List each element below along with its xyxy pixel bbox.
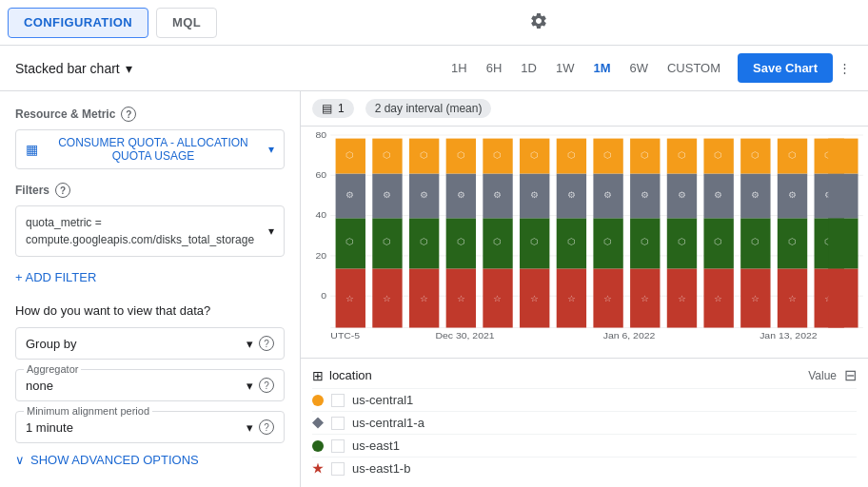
- group-by-selector[interactable]: Group by ▾ ?: [15, 327, 285, 360]
- legend-color-0: [312, 395, 324, 406]
- legend-checkbox-1[interactable]: [331, 417, 345, 430]
- filter-icon: ▤: [322, 102, 332, 115]
- filters-label: Filters: [15, 184, 49, 197]
- svg-text:☆: ☆: [493, 294, 503, 303]
- svg-text:⬡: ⬡: [641, 237, 650, 246]
- alignment-controls: ▾ ?: [247, 419, 274, 435]
- svg-text:☆: ☆: [420, 294, 429, 303]
- svg-text:Jan 13, 2022: Jan 13, 2022: [760, 331, 817, 341]
- svg-text:⬡: ⬡: [345, 150, 355, 160]
- svg-text:⬡: ⬡: [788, 237, 798, 246]
- time-btn-1d[interactable]: 1D: [511, 57, 546, 79]
- filter-count-badge[interactable]: ▤ 1: [312, 99, 354, 118]
- svg-text:⚙: ⚙: [493, 189, 503, 199]
- svg-text:Dec 30, 2021: Dec 30, 2021: [435, 331, 494, 341]
- filter-bar: ▤ 1 2 day interval (mean): [301, 91, 868, 127]
- resource-metric-help-icon[interactable]: ?: [121, 107, 136, 122]
- group-by-help-icon[interactable]: ?: [259, 336, 274, 351]
- legend-checkbox-0[interactable]: [331, 394, 345, 407]
- tab-configuration[interactable]: CONFIGURATION: [8, 8, 148, 38]
- aggregator-field: Aggregator none ▾ ?: [15, 369, 285, 401]
- svg-text:☆: ☆: [457, 294, 466, 303]
- legend-header: ⊞ location Value ⊟: [312, 366, 857, 384]
- save-chart-button[interactable]: Save Chart: [738, 53, 833, 83]
- svg-text:⬡: ⬡: [493, 150, 503, 160]
- svg-text:⬡: ⬡: [603, 237, 613, 246]
- resource-metric-value: CONSUMER QUOTA - ALLOCATION QUOTA USAGE: [44, 136, 263, 163]
- resource-metric-label: Resource & Metric: [15, 107, 115, 121]
- time-btn-6w[interactable]: 6W: [620, 57, 658, 79]
- tab-mql[interactable]: MQL: [156, 8, 217, 38]
- svg-text:☆: ☆: [603, 294, 613, 303]
- svg-text:⬡: ⬡: [714, 150, 723, 160]
- interval-badge[interactable]: 2 day interval (mean): [365, 99, 492, 118]
- time-btn-1w[interactable]: 1W: [546, 57, 584, 79]
- chart-container: 80 60 40 20 0 ☆ ⬡ ⚙ ⬡: [301, 127, 868, 358]
- legend-row-1[interactable]: us-central1-a: [312, 411, 857, 434]
- group-by-controls: ▾ ?: [247, 336, 274, 351]
- interval-text: 2 day interval (mean): [375, 102, 483, 115]
- svg-text:⬡: ⬡: [678, 150, 687, 160]
- svg-text:⬡: ⬡: [678, 237, 687, 246]
- legend-checkbox-2[interactable]: [331, 439, 345, 453]
- legend-section: ⊞ location Value ⊟ us-central1 us-centra…: [301, 358, 868, 487]
- legend-row-0[interactable]: us-central1: [312, 388, 857, 411]
- svg-text:⬡: ⬡: [420, 237, 429, 246]
- alignment-period-label: Minimum alignment period: [24, 405, 152, 417]
- svg-text:⚙: ⚙: [567, 189, 577, 199]
- aggregator-help-icon[interactable]: ?: [259, 378, 274, 393]
- svg-rect-123: [828, 268, 858, 327]
- legend-name-0: us-central1: [352, 393, 857, 407]
- legend-color-1: [312, 418, 324, 429]
- group-by-label-group: Group by: [26, 337, 76, 351]
- aggregator-value-row: none ▾ ?: [26, 374, 274, 393]
- svg-text:☆: ☆: [788, 294, 798, 303]
- more-options-button[interactable]: ⋮: [833, 57, 857, 79]
- group-by-dropdown-icon: ▾: [247, 337, 253, 351]
- time-btn-6h[interactable]: 6H: [477, 57, 512, 79]
- svg-text:⬡: ⬡: [383, 237, 392, 246]
- resource-metric-section: Resource & Metric ?: [15, 107, 285, 122]
- time-btn-1h[interactable]: 1H: [442, 57, 477, 79]
- filters-section: Filters ? quota_metric =compute.googleap…: [15, 183, 285, 288]
- show-advanced-button[interactable]: ∨ SHOW ADVANCED OPTIONS: [15, 453, 199, 467]
- svg-text:20: 20: [316, 250, 327, 260]
- svg-text:⚙: ⚙: [678, 189, 687, 199]
- chart-type-label: Stacked bar chart: [15, 61, 120, 76]
- legend-row-2[interactable]: us-east1: [312, 434, 857, 457]
- svg-text:⚙: ⚙: [788, 189, 798, 199]
- alignment-help-icon[interactable]: ?: [259, 419, 274, 435]
- svg-text:⬡: ⬡: [641, 150, 650, 160]
- svg-text:0: 0: [321, 291, 326, 301]
- svg-rect-124: [828, 218, 858, 268]
- svg-text:⬡: ⬡: [788, 150, 798, 160]
- legend-name-1: us-central1-a: [352, 416, 857, 430]
- alignment-dropdown-icon[interactable]: ▾: [247, 420, 253, 435]
- svg-text:⬡: ⬡: [530, 237, 540, 246]
- add-filter-button[interactable]: + ADD FILTER: [15, 266, 96, 288]
- legend-checkbox-3[interactable]: [331, 462, 345, 476]
- chart-type-selector[interactable]: Stacked bar chart ▾: [11, 61, 144, 76]
- aggregator-value: none: [26, 379, 53, 393]
- gear-button[interactable]: [525, 8, 552, 37]
- time-btn-1m[interactable]: 1M: [583, 57, 620, 79]
- filters-help-icon[interactable]: ?: [55, 183, 70, 198]
- svg-text:☆: ☆: [678, 294, 687, 303]
- svg-text:☆: ☆: [567, 294, 577, 303]
- filters-label-row: Filters ?: [15, 183, 285, 198]
- svg-text:⬡: ⬡: [420, 150, 429, 160]
- svg-text:60: 60: [316, 170, 327, 180]
- aggregator-dropdown-icon[interactable]: ▾: [247, 379, 253, 393]
- time-btn-custom[interactable]: CUSTOM: [658, 57, 730, 79]
- aggregator-field-label: Aggregator: [24, 363, 81, 375]
- alignment-period-value-row: 1 minute ▾ ?: [26, 416, 274, 435]
- legend-row-3[interactable]: us-east1-b: [312, 457, 857, 479]
- filter-box[interactable]: quota_metric =compute.googleapis.com/dis…: [15, 205, 285, 257]
- svg-text:☆: ☆: [530, 294, 540, 303]
- svg-text:☆: ☆: [751, 294, 760, 303]
- right-panel: ▤ 1 2 day interval (mean) 80 60 40: [301, 91, 868, 487]
- svg-text:⚙: ⚙: [420, 189, 429, 199]
- resource-metric-selector[interactable]: ▦ CONSUMER QUOTA - ALLOCATION QUOTA USAG…: [15, 129, 285, 169]
- legend-columns-icon[interactable]: ⊟: [844, 366, 857, 384]
- chevron-down-icon: ∨: [15, 453, 25, 467]
